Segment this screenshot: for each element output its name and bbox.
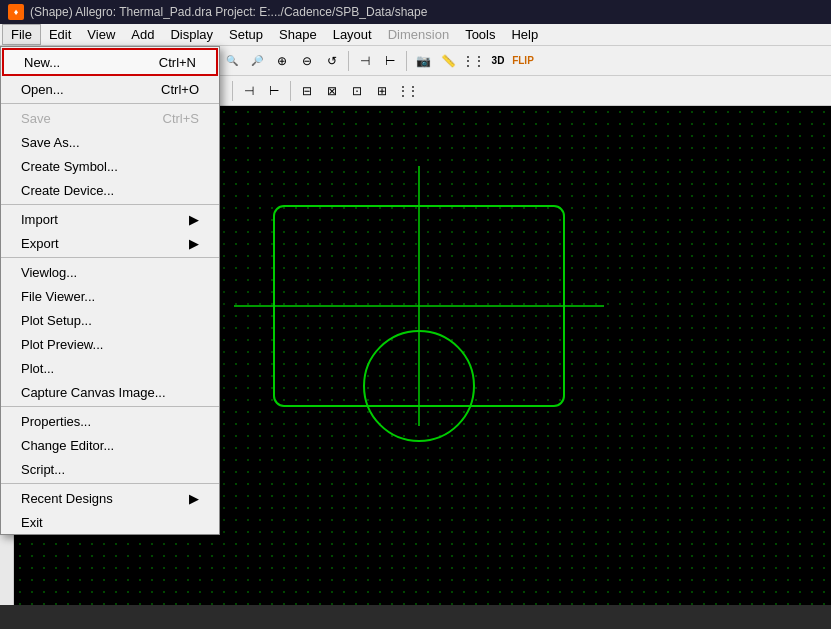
menu-view[interactable]: View (79, 24, 123, 45)
menu-item-create-symbol-label: Create Symbol... (21, 159, 118, 174)
menu-item-recent-designs[interactable]: Recent Designs ▶ (1, 486, 219, 510)
menu-item-save: Save Ctrl+S (1, 106, 219, 130)
menu-item-recent-designs-arrow: ▶ (189, 491, 199, 506)
menu-item-save-shortcut: Ctrl+S (163, 111, 199, 126)
menu-item-plot-setup[interactable]: Plot Setup... (1, 308, 219, 332)
menu-item-export-arrow: ▶ (189, 236, 199, 251)
toolbar-zoom-prev[interactable]: ↺ (320, 49, 344, 73)
toolbar2-more[interactable]: ⊞ (370, 79, 394, 103)
menu-item-change-editor-label: Change Editor... (21, 438, 114, 453)
toolbar2-right[interactable]: ⊢ (262, 79, 286, 103)
menu-item-plot[interactable]: Plot... (1, 356, 219, 380)
menu-item-export-label: Export (21, 236, 59, 251)
menu-item-new[interactable]: New... Ctrl+N (4, 50, 216, 74)
file-dropdown-menu: New... Ctrl+N Open... Ctrl+O Save Ctrl+S… (0, 46, 220, 535)
menu-edit[interactable]: Edit (41, 24, 79, 45)
toolbar-zoom-plus[interactable]: ⊕ (270, 49, 294, 73)
menu-item-open[interactable]: Open... Ctrl+O (1, 77, 219, 101)
menu-file[interactable]: File (2, 24, 41, 45)
menu-item-plot-preview[interactable]: Plot Preview... (1, 332, 219, 356)
menu-item-change-editor[interactable]: Change Editor... (1, 433, 219, 457)
app-icon: ♦ (8, 4, 24, 20)
toolbar-pan-left[interactable]: ⊣ (353, 49, 377, 73)
menu-shape[interactable]: Shape (271, 24, 325, 45)
title-text: (Shape) Allegro: Thermal_Pad.dra Project… (30, 5, 427, 19)
toolbar-zoom-out[interactable]: 🔎 (245, 49, 269, 73)
toolbar-pan-right[interactable]: ⊢ (378, 49, 402, 73)
menu-new-wrapper: New... Ctrl+N (2, 48, 218, 76)
toolbar-measure[interactable]: 📏 (436, 49, 460, 73)
menu-dimension: Dimension (380, 24, 457, 45)
menu-item-plot-preview-label: Plot Preview... (21, 337, 103, 352)
menu-item-plot-label: Plot... (21, 361, 54, 376)
menu-setup[interactable]: Setup (221, 24, 271, 45)
menu-tools[interactable]: Tools (457, 24, 503, 45)
menu-item-open-shortcut: Ctrl+O (161, 82, 199, 97)
toolbar-flip[interactable]: FLIP (511, 49, 535, 73)
title-bar: ♦ (Shape) Allegro: Thermal_Pad.dra Proje… (0, 0, 831, 24)
menu-item-capture-canvas-label: Capture Canvas Image... (21, 385, 166, 400)
menu-item-capture-canvas[interactable]: Capture Canvas Image... (1, 380, 219, 404)
sep3 (1, 257, 219, 258)
menu-item-script-label: Script... (21, 462, 65, 477)
menu-item-new-label: New... (24, 55, 60, 70)
menu-item-create-symbol[interactable]: Create Symbol... (1, 154, 219, 178)
menu-item-import-label: Import (21, 212, 58, 227)
toolbar-zoom-minus[interactable]: ⊖ (295, 49, 319, 73)
menu-item-script[interactable]: Script... (1, 457, 219, 481)
menu-item-properties-label: Properties... (21, 414, 91, 429)
menu-item-viewlog[interactable]: Viewlog... (1, 260, 219, 284)
toolbar-zoom-in[interactable]: 🔍 (220, 49, 244, 73)
menu-layout[interactable]: Layout (325, 24, 380, 45)
toolbar2-cam[interactable]: ⊡ (345, 79, 369, 103)
toolbar2-sep2 (290, 81, 291, 101)
menu-item-save-label: Save (21, 111, 51, 126)
menu-display[interactable]: Display (162, 24, 221, 45)
toolbar-dots[interactable]: ⋮⋮ (461, 49, 485, 73)
menu-bar: File Edit View Add Display Setup Shape L… (0, 24, 831, 46)
menu-item-recent-designs-label: Recent Designs (21, 491, 113, 506)
sep1 (1, 103, 219, 104)
menu-item-file-viewer-label: File Viewer... (21, 289, 95, 304)
toolbar2-dotgrid[interactable]: ⋮⋮ (395, 79, 419, 103)
menu-item-import-arrow: ▶ (189, 212, 199, 227)
sep5 (1, 483, 219, 484)
toolbar-sep3 (348, 51, 349, 71)
sep2 (1, 204, 219, 205)
toolbar2-measure[interactable]: ⊟ (295, 79, 319, 103)
menu-item-saveas[interactable]: Save As... (1, 130, 219, 154)
menu-item-export[interactable]: Export ▶ (1, 231, 219, 255)
menu-item-create-device[interactable]: Create Device... (1, 178, 219, 202)
menu-help[interactable]: Help (503, 24, 546, 45)
menu-item-import[interactable]: Import ▶ (1, 207, 219, 231)
menu-item-open-label: Open... (21, 82, 64, 97)
menu-item-new-shortcut: Ctrl+N (159, 55, 196, 70)
toolbar2-left[interactable]: ⊣ (237, 79, 261, 103)
menu-item-exit[interactable]: Exit (1, 510, 219, 534)
toolbar-camera[interactable]: 📷 (411, 49, 435, 73)
menu-add[interactable]: Add (123, 24, 162, 45)
toolbar2-dim[interactable]: ⊠ (320, 79, 344, 103)
toolbar2-sep1 (232, 81, 233, 101)
menu-item-saveas-label: Save As... (21, 135, 80, 150)
sep4 (1, 406, 219, 407)
menu-item-create-device-label: Create Device... (21, 183, 114, 198)
toolbar-sep4 (406, 51, 407, 71)
menu-item-properties[interactable]: Properties... (1, 409, 219, 433)
toolbar-3d[interactable]: 3D (486, 49, 510, 73)
menu-item-plot-setup-label: Plot Setup... (21, 313, 92, 328)
menu-item-file-viewer[interactable]: File Viewer... (1, 284, 219, 308)
menu-item-exit-label: Exit (21, 515, 43, 530)
menu-item-viewlog-label: Viewlog... (21, 265, 77, 280)
